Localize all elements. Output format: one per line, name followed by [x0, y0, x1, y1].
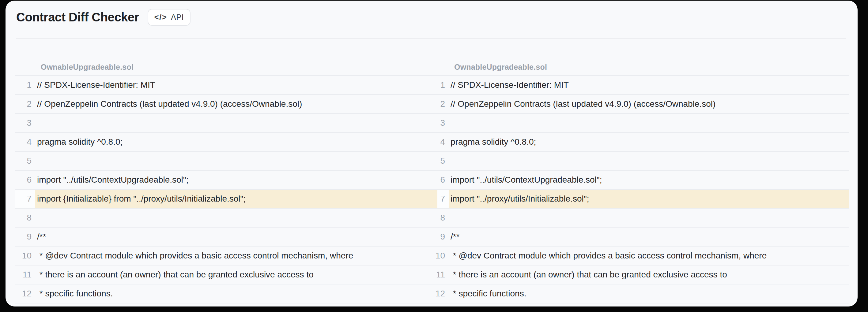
line-number: 12 [437, 284, 449, 303]
line-content [35, 209, 437, 227]
line-content: * there is an account (an owner) that ca… [449, 266, 849, 284]
contract-diff-checker-window: Contract Diff Checker </> API OwnableUpg… [5, 1, 858, 307]
code-line-row: 12 * specific functions. [15, 284, 437, 304]
line-content: // SPDX-License-Identifier: MIT [35, 76, 437, 94]
code-line-row: 1 // SPDX-License-Identifier: MIT [437, 76, 849, 95]
line-number: 9 [437, 228, 449, 246]
line-content: * @dev Contract module which provides a … [35, 247, 437, 265]
line-number: 11 [437, 266, 449, 284]
api-badge-label: API [171, 12, 184, 22]
line-content: // OpenZeppelin Contracts (last updated … [449, 95, 849, 113]
line-number: 1 [437, 76, 449, 94]
code-line-row: 7 import {Initializable} from "../proxy/… [15, 189, 437, 209]
line-number: 9 [15, 228, 35, 246]
code-line-row: 2 // OpenZeppelin Contracts (last update… [15, 95, 437, 114]
line-number: 11 [15, 266, 35, 284]
line-content [35, 152, 437, 170]
code-line-row: 3 [15, 114, 437, 133]
diff-panel-right: OwnableUpgradeable.sol 1 // SPDX-License… [437, 39, 849, 304]
line-content: // OpenZeppelin Contracts (last updated … [35, 95, 437, 113]
code-line-row: 1 // SPDX-License-Identifier: MIT [15, 76, 437, 95]
code-line-row: 2 // OpenZeppelin Contracts (last update… [437, 95, 849, 114]
line-content [449, 114, 849, 132]
code-line-row: 11 * there is an account (an owner) that… [15, 266, 437, 284]
line-content: /** [35, 228, 437, 246]
code-line-row: 12 * specific functions. [437, 284, 849, 304]
line-number: 4 [15, 133, 35, 151]
line-number: 8 [15, 209, 35, 227]
code-line-row: 8 [15, 209, 437, 228]
page-title: Contract Diff Checker [16, 10, 139, 24]
line-content: import "../utils/ContextUpgradeable.sol"… [35, 171, 437, 189]
code-line-row: 11 * there is an account (an owner) that… [437, 266, 849, 284]
line-number: 6 [437, 171, 449, 189]
filename-left: OwnableUpgradeable.sol [41, 63, 133, 72]
line-content: import {Initializable} from "../proxy/ut… [35, 189, 437, 208]
api-badge-button[interactable]: </> API [148, 9, 190, 26]
filename-row-left: OwnableUpgradeable.sol [15, 39, 437, 76]
line-content [35, 114, 437, 132]
line-content: * specific functions. [449, 284, 849, 303]
line-number: 6 [15, 171, 35, 189]
code-line-row: 5 [437, 152, 849, 171]
line-number: 7 [15, 189, 35, 208]
code-line-row: 6 import "../utils/ContextUpgradeable.so… [437, 171, 849, 189]
line-number: 2 [437, 95, 449, 113]
line-content: * @dev Contract module which provides a … [449, 247, 849, 265]
code-line-row: 5 [15, 152, 437, 171]
line-number: 4 [437, 133, 449, 151]
line-number: 10 [15, 247, 35, 265]
code-line-row: 4 pragma solidity ^0.8.0; [437, 133, 849, 152]
code-line-row: 4 pragma solidity ^0.8.0; [15, 133, 437, 152]
line-content: /** [449, 228, 849, 246]
line-content: import "../proxy/utils/Initializable.sol… [449, 189, 849, 208]
code-line-row: 8 [437, 209, 849, 228]
code-line-row: 3 [437, 114, 849, 133]
line-number: 2 [15, 95, 35, 113]
code-lines-left: 1 // SPDX-License-Identifier: MIT 2 // O… [15, 76, 437, 304]
line-number: 8 [437, 209, 449, 227]
code-line-row: 7 import "../proxy/utils/Initializable.s… [437, 189, 849, 209]
code-lines-right: 1 // SPDX-License-Identifier: MIT 2 // O… [437, 76, 849, 304]
line-number: 1 [15, 76, 35, 94]
line-content [449, 152, 849, 170]
line-number: 7 [437, 189, 449, 208]
filename-row-right: OwnableUpgradeable.sol [437, 39, 849, 76]
line-number: 5 [437, 152, 449, 170]
code-line-row: 10 * @dev Contract module which provides… [15, 247, 437, 266]
code-line-row: 6 import "../utils/ContextUpgradeable.so… [15, 171, 437, 189]
filename-right: OwnableUpgradeable.sol [454, 63, 547, 72]
diff-panel-left: OwnableUpgradeable.sol 1 // SPDX-License… [15, 39, 437, 304]
code-line-row: 9 /** [437, 228, 849, 247]
line-number: 3 [15, 114, 35, 132]
code-line-row: 9 /** [15, 228, 437, 247]
line-content: pragma solidity ^0.8.0; [449, 133, 849, 151]
line-number: 3 [437, 114, 449, 132]
code-brackets-icon: </> [154, 13, 167, 22]
code-line-row: 10 * @dev Contract module which provides… [437, 247, 849, 266]
diff-view: OwnableUpgradeable.sol 1 // SPDX-License… [15, 39, 849, 304]
line-content [449, 209, 849, 227]
line-number: 12 [15, 284, 35, 303]
line-number: 5 [15, 152, 35, 170]
line-content: pragma solidity ^0.8.0; [35, 133, 437, 151]
line-number: 10 [437, 247, 449, 265]
app-header: Contract Diff Checker </> API [5, 1, 858, 38]
line-content: import "../utils/ContextUpgradeable.sol"… [449, 171, 849, 189]
line-content: * specific functions. [35, 284, 437, 303]
line-content: * there is an account (an owner) that ca… [35, 266, 437, 284]
line-content: // SPDX-License-Identifier: MIT [449, 76, 849, 94]
